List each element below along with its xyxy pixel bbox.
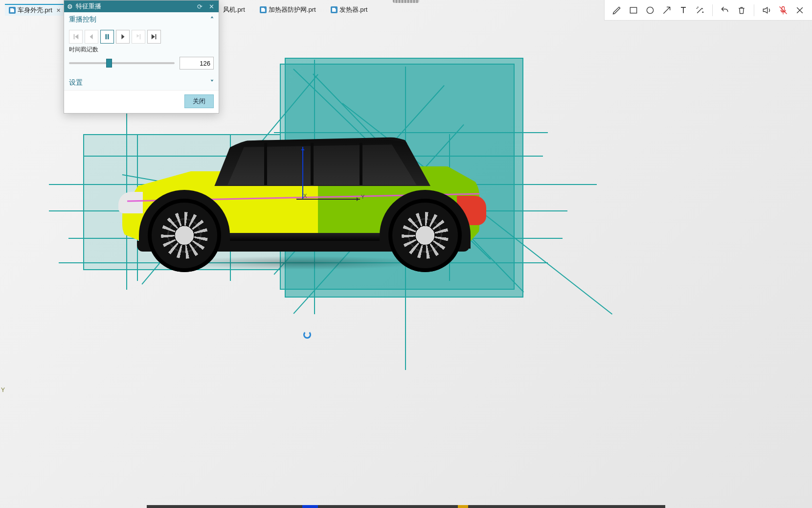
svg-rect-0	[630, 7, 636, 13]
tab-heater-guard[interactable]: 加热器防护网.prt	[256, 4, 320, 16]
datum-plane	[280, 64, 515, 290]
toolbar-separator	[754, 4, 754, 16]
tail-light	[457, 196, 486, 225]
timestamp-slider[interactable]	[69, 62, 175, 64]
sketch-line	[274, 132, 548, 133]
wheel-arch	[139, 190, 230, 249]
playback-controls	[64, 27, 219, 46]
tab-label: 车身外壳.prt	[18, 6, 52, 15]
pause-button[interactable]	[100, 30, 114, 44]
axis-label-x: X	[303, 193, 307, 199]
section-settings[interactable]: 设置 ˅	[64, 75, 219, 90]
step-back-button[interactable]	[85, 30, 98, 44]
close-button[interactable]: 关闭	[184, 94, 214, 108]
ground-shadow	[113, 142, 489, 269]
taskbar-fragment	[147, 505, 665, 508]
sketch-line	[49, 184, 597, 185]
sketch-line	[405, 67, 406, 370]
sketch-line	[137, 134, 138, 281]
step-forward-button[interactable]	[116, 30, 130, 44]
tab-label: 发热器.prt	[339, 5, 368, 14]
feature-replay-dialog: ⚙ 特征重播 ⟳ ✕ 重播控制 ˄ 时间戳记数 设置 ˅	[64, 0, 219, 114]
document-tab-strip: 车身外壳.prt ✕	[5, 4, 65, 16]
b-pillar	[360, 143, 362, 185]
section-label: 重播控制	[69, 15, 96, 24]
annotation-toolbar	[604, 0, 812, 21]
car-glass	[215, 143, 421, 185]
orientation-gizmo: X Y	[296, 192, 370, 206]
slider-thumb[interactable]	[106, 59, 112, 68]
tab-heater[interactable]: 发热器.prt	[327, 4, 372, 16]
tab-label: 加热器防护网.prt	[269, 5, 316, 14]
corner-axis-label: Y	[1, 387, 5, 393]
b-pillar	[264, 143, 267, 185]
section-replay-controls[interactable]: 重播控制 ˄	[64, 12, 219, 27]
flag-frame-button[interactable]	[132, 30, 145, 44]
tab-close-icon[interactable]: ✕	[56, 7, 61, 14]
chevron-down-icon: ˅	[210, 79, 214, 87]
rocker-panel	[144, 233, 462, 242]
sketch-line	[59, 262, 548, 263]
undo-icon[interactable]	[718, 3, 732, 18]
datum-plane	[83, 134, 281, 270]
close-icon[interactable]	[792, 3, 807, 18]
window-grab-handle[interactable]	[393, 0, 419, 3]
car-model	[117, 137, 489, 269]
section-label: 设置	[69, 78, 83, 87]
tab-label: 风机.prt	[223, 5, 245, 14]
y-axis	[296, 199, 360, 200]
mic-off-icon[interactable]	[776, 3, 790, 18]
car-roof	[205, 137, 430, 186]
dialog-titlebar[interactable]: ⚙ 特征重播 ⟳ ✕	[64, 0, 219, 12]
sketch-line	[273, 85, 444, 275]
sketch-line	[293, 69, 491, 259]
axis-label-y: Y	[361, 194, 364, 200]
trash-icon[interactable]	[734, 3, 749, 18]
sketch-line	[342, 103, 613, 314]
b-pillar	[311, 143, 314, 185]
circle-icon[interactable]	[643, 3, 657, 18]
car-body-front	[122, 171, 318, 245]
sketch-line	[49, 210, 567, 211]
gear-icon: ⚙	[67, 3, 73, 10]
dialog-close-icon[interactable]: ✕	[207, 2, 216, 11]
tab-fan[interactable]: 风机.prt	[219, 4, 249, 16]
dialog-title: 特征重播	[76, 2, 101, 11]
sketch-line	[83, 156, 543, 157]
sketch-line	[122, 174, 315, 209]
z-axis	[302, 147, 303, 200]
rectangle-icon[interactable]	[626, 3, 641, 18]
skip-to-start-button[interactable]	[69, 30, 83, 44]
document-tab-strip-right: 风机.prt 加热器防护网.prt 发热器.prt	[219, 4, 371, 16]
toolbar-separator	[712, 4, 713, 16]
sketch-line	[449, 134, 450, 281]
busy-cursor-icon	[303, 331, 311, 339]
skip-to-end-button[interactable]	[147, 30, 161, 44]
head-light	[118, 192, 143, 213]
feature-curve	[127, 193, 479, 202]
datum-plane	[285, 58, 523, 298]
sketch-line	[68, 238, 563, 239]
sketch-line	[293, 124, 464, 314]
front-wheel	[148, 199, 221, 272]
sketch-line	[313, 73, 524, 292]
timestamp-input[interactable]	[180, 57, 214, 69]
sketch-line	[230, 134, 231, 281]
pencil-icon[interactable]	[609, 3, 624, 18]
file-icon	[9, 7, 16, 14]
chevron-up-icon: ˄	[210, 16, 214, 23]
magic-wand-icon[interactable]	[693, 3, 707, 18]
speaker-icon[interactable]	[759, 3, 774, 18]
car-body-rear	[303, 166, 479, 247]
text-icon[interactable]	[676, 3, 691, 18]
svg-point-1	[647, 7, 653, 13]
sketch-line	[314, 60, 315, 314]
file-icon	[260, 6, 267, 13]
timestamp-label: 时间戳记数	[64, 46, 219, 54]
file-icon	[331, 6, 338, 13]
refresh-icon[interactable]: ⟳	[195, 2, 204, 11]
arrow-icon[interactable]	[659, 3, 674, 18]
tab-active-car-body[interactable]: 车身外壳.prt ✕	[5, 4, 65, 16]
wheel-arch	[380, 190, 471, 249]
rear-wheel	[388, 199, 462, 272]
